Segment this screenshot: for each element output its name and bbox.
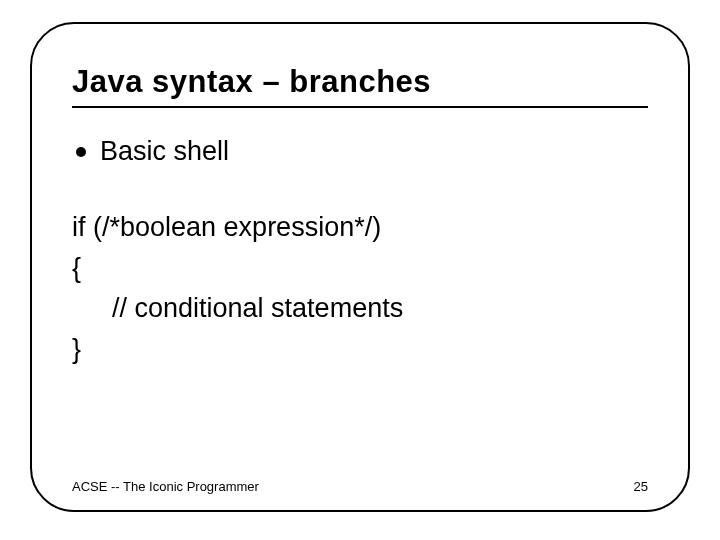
title-underline: [72, 106, 648, 108]
code-line-1: if (/*boolean expression*/): [72, 207, 648, 248]
page-number: 25: [634, 479, 648, 494]
code-line-4: }: [72, 329, 648, 370]
footer: ACSE -- The Iconic Programmer 25: [72, 479, 648, 494]
slide-frame: Java syntax – branches Basic shell if (/…: [30, 22, 690, 512]
bullet-icon: [76, 147, 86, 157]
footer-left: ACSE -- The Iconic Programmer: [72, 479, 259, 494]
code-line-3: // conditional statements: [72, 288, 648, 329]
bullet-text: Basic shell: [100, 136, 229, 167]
bullet-item: Basic shell: [76, 136, 648, 167]
slide-title: Java syntax – branches: [72, 64, 648, 100]
code-line-2: {: [72, 248, 648, 289]
code-block: if (/*boolean expression*/) { // conditi…: [72, 207, 648, 369]
